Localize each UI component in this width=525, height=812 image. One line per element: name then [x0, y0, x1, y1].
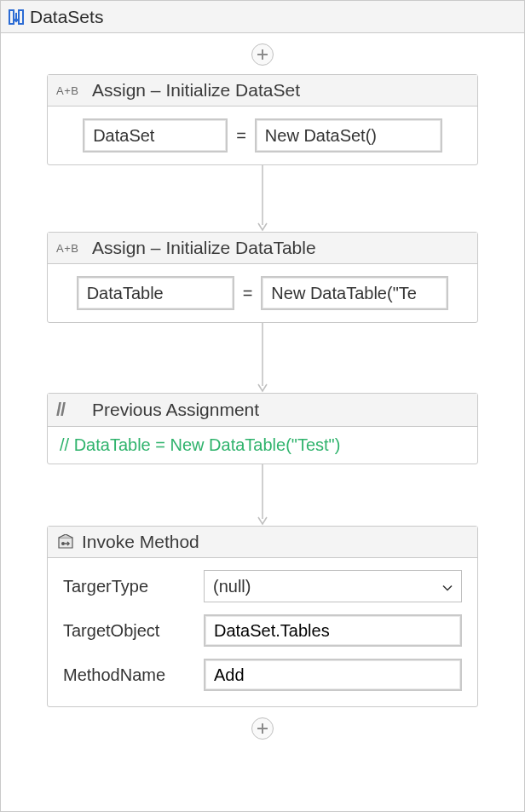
activity-title: Previous Assignment [92, 400, 259, 420]
target-object-row: TargetObject [63, 614, 462, 647]
flow-arrow [254, 464, 271, 526]
sequence-icon [8, 9, 25, 26]
assign-badge-icon: A+B [56, 84, 85, 97]
comment-activity[interactable]: // Previous Assignment // DataTable = Ne… [47, 393, 478, 464]
comment-icon: // [56, 399, 85, 421]
assign-expression-row: = [63, 118, 462, 153]
method-name-label: MethodName [63, 665, 195, 685]
activity-title: Assign – Initialize DataTable [92, 238, 316, 258]
equals-sign: = [236, 126, 246, 146]
svg-point-5 [61, 542, 65, 545]
target-type-label: TargerType [63, 577, 195, 596]
sequence-title: DataSets [30, 7, 103, 27]
activity-title: Assign – Initialize DataSet [92, 80, 300, 101]
activity-title: Invoke Method [82, 532, 199, 552]
invoke-method-activity[interactable]: Invoke Method TargerType (null) TargetOb… [47, 526, 478, 707]
target-type-value: (null) [213, 577, 251, 596]
activity-header: A+B Assign – Initialize DataTable [48, 233, 477, 264]
assign-activity-init-dataset[interactable]: A+B Assign – Initialize DataSet = [47, 74, 478, 165]
activity-header: // Previous Assignment [48, 394, 477, 427]
assign-activity-init-datatable[interactable]: A+B Assign – Initialize DataTable = [47, 232, 478, 323]
flow-arrow [254, 323, 271, 393]
target-object-label: TargetObject [63, 621, 195, 641]
method-name-row: MethodName [63, 659, 462, 691]
sequence-container: DataSets A+B Assign – Initialize DataSet… [0, 0, 525, 812]
assign-to-input[interactable] [83, 118, 228, 153]
equals-sign: = [243, 284, 253, 303]
assign-badge-icon: A+B [56, 242, 85, 255]
method-name-input[interactable] [204, 659, 462, 691]
svg-rect-0 [9, 10, 14, 24]
flow-arrow [254, 165, 271, 232]
assign-value-input[interactable] [255, 118, 442, 153]
assign-to-input[interactable] [77, 276, 234, 310]
invoke-method-icon [56, 534, 75, 550]
sequence-header[interactable]: DataSets [1, 1, 524, 33]
target-type-dropdown[interactable]: (null) [204, 570, 462, 602]
svg-rect-1 [19, 10, 23, 24]
target-type-row: TargerType (null) [63, 570, 462, 602]
activity-header: Invoke Method [48, 527, 477, 558]
chevron-down-icon [442, 577, 453, 596]
activity-header: A+B Assign – Initialize DataSet [48, 75, 477, 107]
assign-expression-row: = [63, 276, 462, 310]
comment-text: // DataTable = New DataTable("Test") [48, 427, 477, 464]
assign-value-input[interactable] [261, 276, 448, 310]
sequence-body: A+B Assign – Initialize DataSet = A+B [1, 33, 524, 811]
add-activity-button-top[interactable] [251, 43, 274, 66]
add-activity-button-bottom[interactable] [251, 717, 274, 740]
target-object-input[interactable] [204, 614, 462, 647]
